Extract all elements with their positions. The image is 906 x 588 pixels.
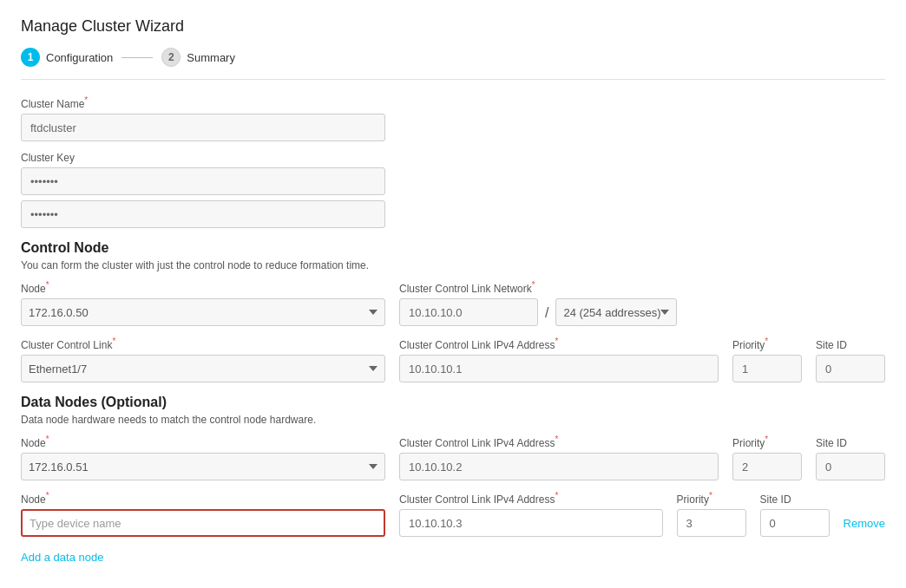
wizard-container: Manage Cluster Wizard 1 Configuration 2 … [0,0,906,588]
ccl-network-row: / 24 (254 addresses) [399,298,885,326]
data-node-1-priority-label: Priority* [677,491,746,506]
data-node-1-siteid-field: Site ID [760,493,830,537]
site-id-field: Site ID [816,339,885,382]
ccl-subnet-select[interactable]: 24 (254 addresses) [555,298,677,326]
data-node-0-ipv4-input[interactable] [399,453,719,480]
data-node-0-ipv4-field: Cluster Control Link IPv4 Address* [399,434,719,480]
data-node-1-ipv4-label: Cluster Control Link IPv4 Address* [399,491,663,506]
data-node-1-ipv4-field: Cluster Control Link IPv4 Address* [399,491,663,537]
data-node-0-ipv4-label: Cluster Control Link IPv4 Address* [399,434,719,449]
data-node-0-field: Node* 172.16.0.51 [21,434,385,480]
wizard-title: Manage Cluster Wizard [21,17,885,36]
control-node-row-2: Cluster Control Link* Ethernet1/7 Cluste… [21,336,885,382]
data-node-row-0: Node* 172.16.0.51 Cluster Control Link I… [21,434,885,480]
cluster-name-label: Cluster Name* [21,95,885,110]
data-node-1-priority-field: Priority* [677,491,746,537]
ccl-network-input[interactable] [399,298,538,326]
ccl-field: Cluster Control Link* Ethernet1/7 [21,336,385,382]
data-node-0-priority-field: Priority* [732,434,802,480]
priority-input[interactable] [732,355,802,382]
site-id-label: Site ID [816,339,885,351]
control-node-label: Node* [21,280,385,295]
data-node-1-siteid-input[interactable] [760,509,830,537]
control-node-section: Control Node You can form the cluster wi… [21,240,885,382]
control-node-row-1: Node* 172.16.0.50 Cluster Control Link N… [21,280,885,326]
step-2: 2 Summary [161,48,235,67]
data-node-1-select[interactable]: Type device name [21,509,385,537]
data-node-0-siteid-label: Site ID [816,437,885,449]
control-node-heading: Control Node [21,240,885,256]
data-node-0-priority-label: Priority* [732,434,802,449]
data-node-1-priority-input[interactable] [677,509,746,537]
data-node-1-ipv4-input[interactable] [399,509,663,537]
cluster-name-input[interactable] [21,114,385,141]
cluster-name-section: Cluster Name* [21,95,885,141]
control-node-desc: You can form the cluster with just the c… [21,259,885,271]
data-nodes-heading: Data Nodes (Optional) [21,395,885,410]
control-node-select[interactable]: 172.16.0.50 [21,298,385,326]
data-node-0-priority-input[interactable] [732,453,802,480]
cluster-key-input-1[interactable] [21,167,385,195]
priority-label: Priority* [732,336,802,351]
cluster-key-input-2[interactable] [21,200,385,228]
remove-button[interactable]: Remove [844,517,885,535]
ccl-ipv4-field: Cluster Control Link IPv4 Address* [399,336,719,382]
wizard-steps: 1 Configuration 2 Summary [21,48,885,80]
data-node-row-1: Node* Type device name Cluster Control L… [21,491,885,537]
priority-field: Priority* [732,336,802,382]
slash-divider: / [545,305,548,326]
ccl-ipv4-label: Cluster Control Link IPv4 Address* [399,336,719,351]
site-id-input[interactable] [816,355,885,382]
data-nodes-section: Data Nodes (Optional) Data node hardware… [21,395,885,564]
cluster-key-label: Cluster Key [21,152,885,164]
ccl-network-field: Cluster Control Link Network* / 24 (254 … [399,280,885,326]
remove-field: Remove [844,517,885,537]
ccl-label: Cluster Control Link* [21,336,385,351]
cluster-key-section: Cluster Key [21,152,885,228]
step-divider [121,57,153,58]
data-nodes-desc: Data node hardware needs to match the co… [21,414,885,426]
control-node-field: Node* 172.16.0.50 [21,280,385,326]
data-node-0-label: Node* [21,434,385,449]
ccl-network-label: Cluster Control Link Network* [399,280,885,295]
step-2-circle: 2 [161,48,181,67]
step-1: 1 Configuration [21,48,113,67]
ccl-ipv4-input[interactable] [399,355,719,382]
data-node-0-siteid-field: Site ID [816,437,885,480]
step-1-label: Configuration [46,51,113,64]
data-node-1-siteid-label: Site ID [760,493,830,506]
ccl-select[interactable]: Ethernet1/7 [21,355,385,382]
step-1-circle: 1 [21,48,40,67]
data-node-0-select[interactable]: 172.16.0.51 [21,453,385,480]
add-data-node-link[interactable]: Add a data node [21,551,103,564]
data-node-1-label: Node* [21,491,385,506]
step-2-label: Summary [187,51,235,64]
data-node-0-siteid-input[interactable] [816,453,885,480]
data-node-1-field: Node* Type device name [21,491,385,537]
